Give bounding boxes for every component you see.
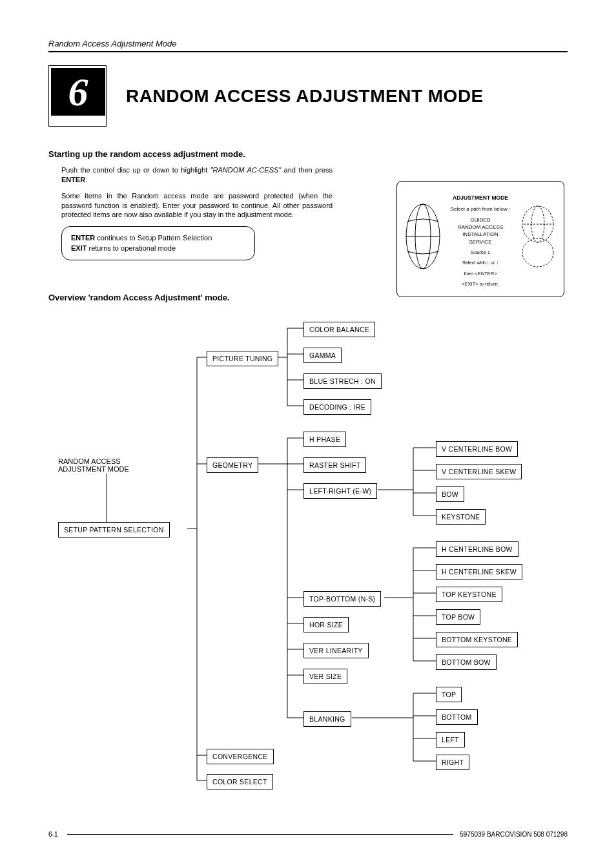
tree-connectors: [48, 319, 565, 803]
tree-node: RASTER SHIFT: [303, 457, 366, 473]
tree-node: RIGHT: [436, 755, 469, 770]
tree-root-l1: RANDOM ACCESS: [58, 457, 129, 465]
text-italic: "RANDOM AC-CESS": [210, 166, 282, 174]
page-footer: 6-1 5975039 BARCOVISION 508 071298: [48, 831, 568, 838]
tree-diagram: RANDOM ACCESS ADJUSTMENT MODE SETUP PATT…: [48, 319, 568, 803]
tree-root: RANDOM ACCESS ADJUSTMENT MODE: [58, 457, 129, 473]
tree-node: BOTTOM KEYSTONE: [436, 632, 518, 647]
tree-node: HOR SIZE: [303, 617, 349, 632]
paragraph-2: Some items in the Random access mode are…: [61, 191, 333, 220]
tree-node: V CENTERLINE SKEW: [436, 464, 522, 479]
tree-node: TOP BOW: [436, 609, 480, 625]
section-title-starting: Starting up the random access adjustment…: [48, 149, 568, 159]
tree-node: BLUE STRECH : ON: [303, 373, 382, 389]
paragraph-1: Push the control disc up or down to high…: [61, 165, 333, 185]
tree-node: DECODING : IRE: [303, 399, 371, 415]
tree-node: LEFT-RIGHT (E-W): [303, 483, 377, 499]
tree-node: KEYSTONE: [436, 509, 486, 525]
tree-root-l2: ADJUSTMENT MODE: [58, 465, 129, 473]
tree-node: BOTTOM: [436, 709, 478, 725]
svg-point-4: [522, 238, 553, 267]
chapter-number: 6: [51, 68, 105, 116]
text: and then press: [281, 166, 333, 174]
note-line-2: EXIT returns to operational mode: [71, 244, 245, 253]
text: continues to Setup Pattern Selection: [95, 234, 212, 242]
tree-node: VER SIZE: [303, 669, 347, 684]
osd-hint: then <ENTER>: [450, 271, 511, 278]
tree-node-colorselect: COLOR SELECT: [207, 774, 273, 789]
osd-menu: ADJUSTMENT MODE Select a path from below…: [450, 194, 511, 288]
osd-hint: <EXIT> to return.: [450, 281, 511, 288]
tree-node-setup: SETUP PATTERN SELECTION: [58, 522, 170, 538]
tree-node: COLOR BALANCE: [303, 322, 375, 337]
body-text: Push the control disc up or down to high…: [61, 165, 333, 220]
globe-right-icon: [518, 201, 557, 274]
tree-node: GAMMA: [303, 348, 342, 363]
text-bold: EXIT: [71, 244, 87, 252]
osd-option: GUIDED: [450, 216, 511, 224]
osd-title: ADJUSTMENT MODE: [450, 194, 511, 202]
tree-node: LEFT: [436, 732, 465, 747]
text: returns to operational mode: [87, 244, 176, 252]
tree-node: BLANKING: [303, 711, 351, 727]
tree-node: TOP KEYSTONE: [436, 587, 502, 602]
chapter-title: RANDOM ACCESS ADJUSTMENT MODE: [126, 86, 484, 107]
chapter-number-box: 6: [48, 65, 107, 127]
osd-hint: Select with ↓ or ↑: [450, 260, 511, 267]
note-line-1: ENTER continues to Setup Pattern Selecti…: [71, 233, 245, 243]
running-header: Random Access Adjustment Mode: [48, 39, 568, 52]
text: Push the control disc up or down to high…: [61, 166, 210, 174]
tree-node: TOP-BOTTOM (N-S): [303, 591, 381, 607]
tree-node: BOTTOM BOW: [436, 654, 497, 670]
note-box: ENTER continues to Setup Pattern Selecti…: [61, 226, 255, 260]
text-bold: ENTER: [61, 176, 85, 183]
doc-id: 5975039 BARCOVISION 508 071298: [460, 831, 568, 838]
tree-node: BOW: [436, 486, 464, 502]
tree-node-convergence: CONVERGENCE: [207, 749, 274, 764]
text-bold: ENTER: [71, 234, 95, 242]
tree-node: H CENTERLINE SKEW: [436, 564, 522, 580]
tree-node: TOP: [436, 687, 462, 702]
globe-left-icon: [404, 201, 442, 274]
tree-node: VER LINEARITY: [303, 643, 369, 658]
footer-rule: [67, 834, 453, 835]
osd-line: Select a path from below :: [450, 205, 511, 213]
osd-panel: ADJUSTMENT MODE Select a path from below…: [396, 181, 564, 297]
page-number: 6-1: [48, 831, 57, 838]
tree-node: H CENTERLINE BOW: [436, 541, 518, 557]
tree-node: V CENTERLINE BOW: [436, 441, 518, 457]
tree-node: H PHASE: [303, 432, 346, 447]
osd-option: INSTALLATION: [450, 231, 511, 238]
osd-option: SERVICE: [450, 238, 511, 245]
chapter-header: 6 RANDOM ACCESS ADJUSTMENT MODE: [48, 65, 568, 127]
tree-node-picture-tuning: PICTURE TUNING: [207, 351, 278, 366]
text: .: [85, 176, 87, 183]
osd-source: Source 1: [450, 249, 511, 256]
osd-option: RANDOM ACCESS: [450, 224, 511, 231]
tree-node-geometry: GEOMETRY: [207, 457, 258, 473]
